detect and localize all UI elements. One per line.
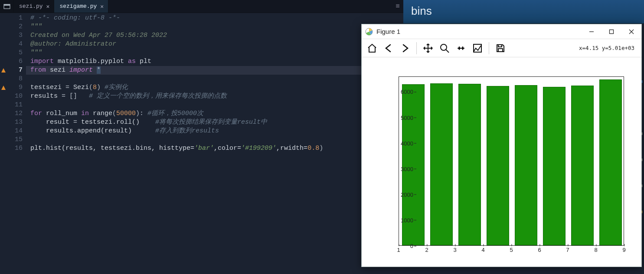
y-tick-label: 5000 [392, 114, 413, 121]
y-tick-label: 1000 [392, 217, 413, 223]
bar [599, 79, 622, 245]
tab-label: sezigame.py [59, 3, 97, 10]
y-tick-label: 3000 [392, 165, 413, 172]
bar [487, 86, 509, 245]
code-area: 12345678910111213141516 # -*- coding: ut… [0, 13, 403, 274]
x-tick-label: 4 [481, 247, 484, 253]
line-numbers: 12345678910111213141516 [7, 13, 26, 274]
plot-area[interactable]: 0100020003000400050006000 123456789 [362, 57, 641, 267]
bar [458, 84, 481, 245]
editor-pane: sezi.py✕sezigame.py✕ ≡ 12345678910111213… [0, 0, 403, 274]
code-line[interactable]: results = [] # 定义一个空的数列，用来保存每次投掷的点数 [30, 92, 403, 101]
svg-rect-1 [4, 4, 10, 6]
warning-icon[interactable] [0, 66, 7, 75]
figure-window[interactable]: Figure 1 x=4.15 y=5.01e+03 0100020003000… [361, 24, 642, 267]
toolbar-separator [416, 42, 417, 54]
tab-sezi-py[interactable]: sezi.py✕ [14, 0, 54, 13]
svg-rect-12 [498, 49, 503, 52]
figure-titlebar[interactable]: Figure 1 [362, 24, 641, 39]
bar [515, 85, 537, 245]
code-line[interactable]: plt.hist(results, testsezi.bins, histtyp… [30, 144, 403, 153]
code-line[interactable]: """ [30, 23, 403, 31]
tab-bar: sezi.py✕sezigame.py✕ ≡ [0, 0, 403, 13]
maximize-button[interactable] [602, 24, 621, 39]
x-tick-label: 8 [594, 247, 597, 253]
close-tab-icon[interactable]: ✕ [46, 3, 50, 10]
bar [543, 87, 566, 245]
close-button[interactable] [621, 24, 641, 39]
code-line[interactable] [30, 75, 403, 83]
code-line[interactable]: import matplotlib.pyplot as plt [30, 57, 403, 66]
code-line[interactable]: for roll_num in range(50000): #循环，投50000… [30, 109, 403, 118]
axes [399, 76, 624, 246]
edit-button[interactable] [470, 40, 485, 56]
svg-point-7 [441, 44, 447, 50]
svg-rect-10 [474, 44, 481, 52]
y-tick-label: 6000 [392, 89, 413, 95]
close-tab-icon[interactable]: ✕ [100, 3, 104, 10]
back-button[interactable] [381, 40, 396, 56]
code-line[interactable] [30, 101, 403, 109]
figure-toolbar: x=4.15 y=5.01e+03 [362, 39, 641, 57]
gutter-marks [0, 13, 7, 274]
x-tick-label: 1 [397, 247, 400, 253]
code-line[interactable]: Created on Wed Apr 27 05:56:28 2022 [30, 31, 403, 40]
home-button[interactable] [364, 40, 380, 56]
tab-sezigame-py[interactable]: sezigame.py✕ [54, 0, 108, 13]
minimize-button[interactable] [582, 24, 602, 39]
tab-new-icon[interactable] [0, 0, 14, 13]
bar [571, 86, 594, 245]
cursor-coords: x=4.15 y=5.01e+03 [579, 45, 639, 51]
y-tick-label: 2000 [392, 191, 413, 198]
x-tick-label: 3 [453, 247, 456, 253]
bar [430, 83, 453, 245]
code-line[interactable]: result = testsezi.roll() #将每次投掷结果保存到变量re… [30, 118, 403, 127]
x-tick-label: 7 [566, 247, 569, 253]
svg-rect-4 [610, 30, 614, 33]
svg-point-9 [462, 47, 464, 49]
warning-icon[interactable] [0, 83, 7, 92]
code-line[interactable] [30, 135, 403, 144]
forward-button[interactable] [397, 40, 413, 56]
svg-point-8 [459, 47, 460, 49]
subplots-button[interactable] [453, 40, 469, 56]
tab-label: sezi.py [19, 3, 43, 10]
toolbar-separator [489, 42, 489, 54]
pan-button[interactable] [420, 40, 436, 56]
x-tick-label: 9 [622, 247, 625, 253]
code-line[interactable]: from sezi import * [26, 66, 403, 75]
figure-title: Figure 1 [376, 28, 400, 35]
code-line[interactable]: results.append(result) #存入到数列results [30, 127, 403, 135]
code-line[interactable]: testsezi = Sezi(8) #实例化 [30, 83, 403, 92]
code-line[interactable]: @author: Administrator [30, 40, 403, 49]
right-panel-title: bins [403, 0, 644, 24]
save-button[interactable] [493, 40, 508, 56]
x-tick-label: 6 [538, 247, 541, 253]
code-text[interactable]: # -*- coding: utf-8 -*-"""Created on Wed… [26, 13, 403, 274]
zoom-button[interactable] [437, 40, 452, 56]
code-line[interactable]: # -*- coding: utf-8 -*- [30, 14, 403, 23]
tab-overflow-menu-icon[interactable]: ≡ [392, 0, 403, 13]
x-tick-label: 5 [510, 247, 513, 253]
svg-rect-11 [498, 45, 502, 47]
x-tick-label: 2 [425, 247, 428, 253]
code-line[interactable]: """ [30, 49, 403, 57]
matplotlib-icon [365, 28, 373, 36]
y-tick-label: 0 [392, 243, 413, 249]
y-tick-label: 4000 [392, 140, 413, 146]
